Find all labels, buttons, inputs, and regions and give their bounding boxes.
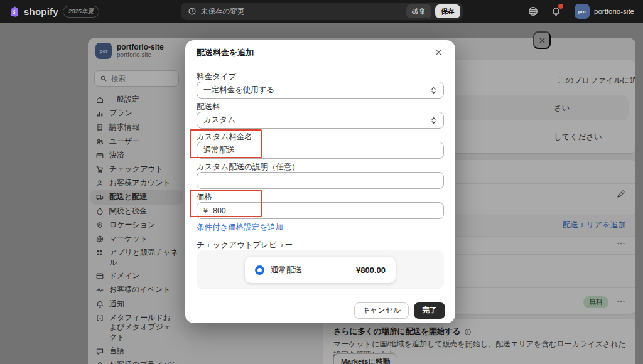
store-menu-name: portforio-site	[594, 8, 634, 15]
alert-circle-icon	[187, 7, 197, 16]
shipping-rate-label: 配送料	[197, 102, 220, 112]
annotation-box-custom-rate-name	[190, 129, 262, 158]
edition-badge: 2025年夏	[63, 6, 99, 18]
add-shipping-rate-dialog: 配送料金を追加 料金タイプ 一定料金を使用する 配送料 カスタム カスタム料金名…	[185, 40, 455, 323]
store-avatar: por	[575, 4, 590, 19]
annotation-box-price	[190, 190, 262, 217]
shopify-wordmark: shopify	[24, 6, 58, 17]
custom-description-field	[197, 172, 444, 189]
radio-selected-icon[interactable]	[255, 265, 264, 275]
topbar-right: por portforio-site	[527, 0, 637, 23]
cancel-button[interactable]: キャンセル	[354, 302, 409, 319]
shopify-admin-screen: shopify 2025年夏 未保存の変更 破棄 保存 por por	[0, 0, 643, 364]
select-chevrons-icon	[430, 86, 437, 95]
rate-type-select[interactable]: 一定料金を使用する	[197, 82, 444, 99]
notification-badge	[558, 4, 563, 9]
dialog-close-icon[interactable]	[433, 47, 444, 58]
notifications-bell-icon[interactable]	[549, 5, 562, 18]
checkout-preview-card: 通常配送 ¥800.00	[245, 257, 396, 283]
editions-icon[interactable]	[527, 5, 539, 18]
done-button[interactable]: 完了	[414, 302, 445, 319]
save-button[interactable]: 保存	[435, 4, 460, 18]
checkout-preview-panel: 通常配送 ¥800.00	[197, 250, 444, 289]
conditional-pricing-link[interactable]: 条件付き価格設定を追加	[197, 222, 283, 233]
unsaved-changes-text: 未保存の変更	[201, 7, 244, 16]
topbar: shopify 2025年夏 未保存の変更 破棄 保存 por por	[0, 0, 643, 23]
checkout-preview-label: チェックアウトプレビュー	[197, 240, 293, 250]
store-menu[interactable]: por portforio-site	[572, 3, 637, 20]
shopify-brand[interactable]: shopify 2025年夏	[9, 0, 99, 23]
unsaved-changes-bar: 未保存の変更 破棄 保存	[181, 3, 463, 20]
custom-description-input[interactable]	[203, 176, 437, 185]
custom-description-label: カスタム配送の説明（任意）	[197, 162, 300, 173]
preview-option-name: 通常配送	[271, 265, 302, 276]
dialog-header: 配送料金を追加	[185, 40, 455, 65]
dialog-title: 配送料金を追加	[197, 47, 254, 58]
shipping-rate-select[interactable]: カスタム	[197, 112, 444, 129]
rate-type-label: 料金タイプ	[197, 72, 236, 82]
discard-button[interactable]: 破棄	[406, 4, 431, 18]
select-chevrons-icon	[430, 116, 437, 125]
shopify-logo-icon	[9, 6, 19, 18]
dialog-footer: キャンセル 完了	[185, 297, 455, 323]
preview-option-price: ¥800.00	[356, 265, 386, 275]
